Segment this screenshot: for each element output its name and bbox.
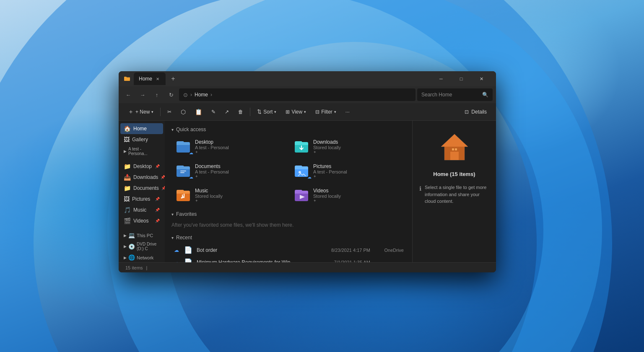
qa-item-pictures[interactable]: ☁ Pictures A test - Personal ✦ [290, 160, 405, 182]
pictures-sub: A test - Personal [313, 169, 401, 174]
minimize-button[interactable]: ─ [431, 72, 451, 85]
address-separator-2: › [210, 92, 212, 98]
address-bar[interactable]: ⊙ › Home › [179, 88, 415, 101]
favorites-header[interactable]: ▾ Favorites [171, 211, 405, 217]
cut-button[interactable]: ✂ [163, 107, 176, 117]
explorer-window: Home ✕ + ─ □ ✕ ← → ↑ ↻ ⊙ › Home › Search… [119, 71, 496, 272]
sort-button[interactable]: ⇅ Sort ▾ [253, 106, 280, 117]
more-button[interactable]: ··· [341, 107, 354, 117]
svg-rect-17 [455, 148, 457, 150]
sidebar-persona-label: A test - Persona... [128, 147, 160, 156]
new-tab-button[interactable]: + [167, 73, 179, 85]
recent-label: Recent [176, 235, 192, 241]
fav-collapse-icon: ▾ [171, 212, 174, 217]
sidebar-item-documents[interactable]: 📁 Documents 📌 [120, 183, 163, 194]
back-button[interactable]: ← [122, 88, 135, 101]
qa-item-music[interactable]: Music Stored locally ✦ [171, 184, 287, 206]
recent-item-0[interactable]: ☁ 📄 Bot order 8/23/2021 4:17 PM OneDrive [171, 244, 405, 256]
recent-item-1[interactable]: ☁ 📄 Minimum Hardware Requirements for Wi… [171, 256, 405, 262]
videos-name: Videos [313, 188, 401, 194]
details-button[interactable]: ⊡ Details [460, 107, 491, 117]
share-button[interactable]: ↗ [221, 107, 233, 117]
close-button[interactable]: ✕ [472, 72, 491, 85]
svg-point-8 [181, 197, 183, 199]
recent-file-icon-1: 📄 [184, 258, 192, 262]
recent-location-0: OneDrive [374, 248, 404, 253]
pictures-info: Pictures A test - Personal ✦ [313, 163, 401, 179]
dvd-arrow-icon: ▶ [124, 244, 127, 248]
qa-item-documents[interactable]: ☁ Documents A test - Personal ✦ [171, 160, 287, 182]
qa-item-desktop[interactable]: ☁ Desktop A test - Personal ✦ [171, 136, 287, 158]
sidebar-item-downloads[interactable]: 📥 Downloads 📌 [120, 172, 163, 183]
svg-point-9 [183, 197, 184, 198]
this-pc-icon: 💻 [128, 232, 135, 238]
network-label: Network [137, 255, 153, 260]
sidebar-this-pc-expand[interactable]: ▶ 💻 This PC [120, 230, 163, 240]
details-info-icon: ℹ [419, 184, 421, 193]
details-icon: ⊡ [465, 109, 469, 115]
maximize-button[interactable]: □ [452, 72, 471, 85]
rename-button[interactable]: ✎ [207, 107, 220, 117]
up-button[interactable]: ↑ [151, 88, 163, 101]
new-button[interactable]: ＋ + New ▾ [124, 106, 158, 118]
search-bar[interactable]: Search Home 🔍 [417, 88, 493, 101]
quick-access-header[interactable]: ▾ Quick access [171, 127, 405, 132]
desktop-pin: ✦ [195, 150, 283, 154]
filter-button[interactable]: ⊟ Filter ▾ [311, 107, 340, 117]
pictures-folder-svg [294, 163, 309, 179]
file-area: ▾ Quick access ☁ Desktop A test - [165, 121, 412, 262]
videos-sub: Stored locally [313, 194, 401, 199]
qa-item-downloads[interactable]: Downloads Stored locally ✦ [290, 136, 405, 158]
view-label: View [291, 109, 302, 115]
music-icon: 🎵 [124, 207, 131, 213]
documents-pin-icon: 📌 [161, 186, 165, 190]
sidebar-network-expand[interactable]: ▶ 🌐 Network [120, 253, 163, 262]
sidebar-music-label: Music [133, 207, 146, 213]
svg-rect-16 [452, 148, 454, 150]
forward-button[interactable]: → [136, 88, 149, 101]
recent-name-0: Bot order [197, 247, 316, 253]
documents-info: Documents A test - Personal ✦ [195, 163, 283, 179]
svg-rect-3 [180, 171, 186, 171]
more-icon: ··· [345, 109, 350, 115]
refresh-button[interactable]: ↻ [165, 88, 177, 101]
share-icon: ↗ [225, 109, 229, 115]
qa-item-videos[interactable]: Videos Stored locally ✦ [290, 184, 405, 206]
sidebar-item-videos[interactable]: 🎬 Videos 📌 [120, 215, 163, 226]
videos-pin: ✦ [313, 199, 401, 203]
svg-rect-4 [180, 172, 184, 173]
music-pin: ✦ [195, 199, 283, 203]
toolbar-divider-1 [160, 108, 161, 116]
pictures-cloud-icon: ☁ [307, 175, 312, 179]
delete-button[interactable]: 🗑 [234, 107, 247, 117]
tab-home[interactable]: Home ✕ [134, 72, 166, 85]
view-button[interactable]: ⊞ View ▾ [281, 107, 310, 117]
svg-marker-13 [441, 134, 468, 147]
videos-pin-icon: 📌 [155, 219, 160, 223]
tab-close-button[interactable]: ✕ [155, 76, 161, 82]
paste-button[interactable]: 📋 [191, 106, 206, 117]
sidebar-item-gallery[interactable]: 🖼 Gallery [120, 134, 163, 145]
sidebar: 🏠 Home 🖼 Gallery ▶ A test - Persona... 📁… [119, 121, 165, 262]
sidebar-item-pictures[interactable]: 🖼 Pictures 📌 [120, 194, 163, 204]
sidebar-item-home[interactable]: 🏠 Home [120, 123, 163, 134]
sidebar-item-desktop[interactable]: 📁 Desktop 📌 [120, 161, 163, 172]
search-placeholder: Search Home [421, 92, 452, 98]
this-pc-arrow-icon: ▶ [124, 233, 127, 238]
documents-folder-icon: 📁 [124, 185, 131, 192]
sidebar-downloads-label: Downloads [133, 174, 158, 180]
music-name: Music [195, 188, 283, 194]
sidebar-persona-expand[interactable]: ▶ A test - Persona... [120, 145, 163, 158]
videos-icon-wrap [294, 188, 309, 203]
documents-pin: ✦ [195, 174, 283, 179]
sidebar-dvd-expand[interactable]: ▶ 💿 DVD Drive (D:) C [120, 240, 163, 253]
copy-button[interactable]: ⬡ [177, 106, 190, 117]
recent-collapse-icon: ▾ [171, 236, 174, 240]
sort-dropdown-icon: ▾ [274, 110, 276, 114]
sidebar-item-music[interactable]: 🎵 Music 📌 [120, 204, 163, 215]
main-content: 🏠 Home 🖼 Gallery ▶ A test - Persona... 📁… [119, 121, 496, 262]
recent-header[interactable]: ▾ Recent [171, 235, 405, 241]
paste-icon: 📋 [195, 109, 202, 115]
quick-access-grid: ☁ Desktop A test - Personal ✦ [171, 136, 405, 206]
status-separator: | [146, 265, 148, 270]
